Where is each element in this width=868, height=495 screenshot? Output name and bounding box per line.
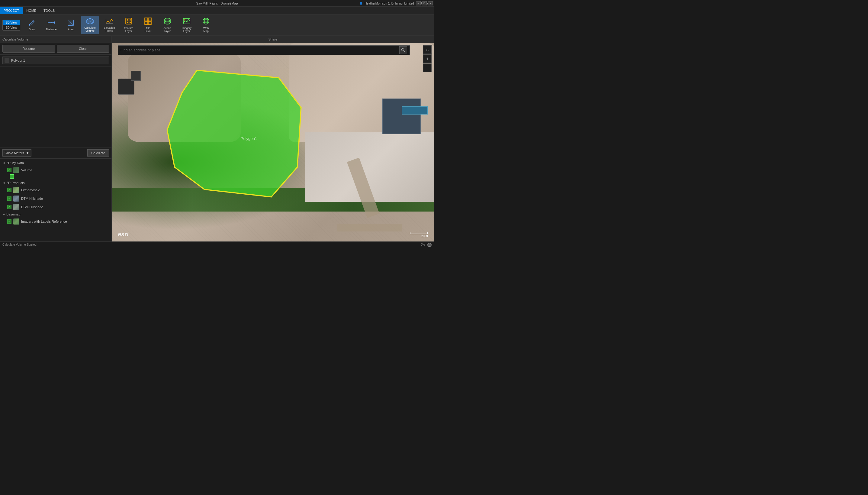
- imagery-layer-label: ImageryLayer: [182, 27, 192, 33]
- map-search-bar: [118, 45, 410, 55]
- calculate-volume-button[interactable]: CalculateVolume: [81, 16, 99, 34]
- home-button[interactable]: ⌂: [423, 45, 431, 54]
- expand-arrow-2d-products: ◄: [2, 181, 5, 184]
- feature-layer-button[interactable]: FeatureLayer: [120, 16, 137, 34]
- svg-line-35: [404, 51, 405, 52]
- expand-arrow-basemap: ◄: [2, 213, 5, 216]
- calc-empty-area: [0, 67, 111, 147]
- scene-layer-button[interactable]: SceneLayer: [159, 16, 176, 34]
- scale-bar: 200ft: [410, 233, 428, 238]
- minimize-button[interactable]: −: [416, 1, 421, 5]
- toolbar: 2D View 3D View Draw Distance: [0, 15, 434, 36]
- polygon-item-name: Polygon1: [11, 58, 107, 62]
- distance-icon: [48, 19, 55, 28]
- zoom-in-button[interactable]: +: [423, 54, 431, 63]
- calculate-button[interactable]: Calculate: [87, 149, 109, 156]
- volume-indicator: [10, 174, 14, 178]
- menu-tools[interactable]: TOOLS: [40, 7, 58, 14]
- orthomosaic-checkbox[interactable]: [7, 188, 12, 192]
- main-content: Calculate Volume Resume Clear Polygon1 C…: [0, 36, 434, 241]
- blue-equipment: [402, 106, 427, 114]
- title-bar: SawMill_Flight - Drone2Map 👤 HeatherMorr…: [0, 0, 434, 7]
- svg-point-17: [129, 22, 131, 23]
- tile-layer-icon: [144, 17, 152, 26]
- volume-label: Volume: [21, 168, 32, 172]
- map-search-icon-button[interactable]: [399, 46, 407, 54]
- layer-item-orthomosaic[interactable]: Orthomosaic: [0, 186, 111, 194]
- volume-thumb: [13, 167, 19, 173]
- progress-percent: 0%: [421, 243, 425, 246]
- left-panel: Calculate Volume Resume Clear Polygon1 C…: [0, 36, 112, 241]
- dtm-hillshade-checkbox[interactable]: [7, 197, 12, 201]
- area-icon: [67, 19, 74, 28]
- imagery-labels-label: Imagery with Labels Reference: [21, 220, 67, 223]
- status-circle: [427, 243, 431, 247]
- layer-group-2d-my-data[interactable]: ◄ 2D My Data: [0, 160, 111, 166]
- close-button[interactable]: ×: [428, 1, 433, 5]
- distance-tool-button[interactable]: Distance: [42, 16, 60, 34]
- calc-volume-icon: [86, 18, 94, 26]
- layer-group-basemap[interactable]: ◄ Basemap: [0, 211, 111, 217]
- dtm-hillshade-label: DTM Hillshade: [21, 197, 43, 200]
- layer-item-imagery-labels[interactable]: Imagery with Labels Reference: [0, 217, 111, 226]
- elevation-profile-button[interactable]: ElevationProfile: [101, 16, 118, 34]
- zoom-out-button[interactable]: −: [423, 64, 431, 72]
- scale-bar-line: [410, 233, 428, 234]
- 2d-view-button[interactable]: 2D View: [3, 20, 20, 25]
- layer-tree: ◄ 2D My Data Volume ◄ 2D Products: [0, 159, 111, 242]
- volume-checkbox[interactable]: [7, 168, 12, 172]
- maximize-button[interactable]: □: [422, 1, 427, 5]
- svg-point-14: [127, 19, 128, 20]
- menu-bar: PROJECT HOME TOOLS: [0, 7, 434, 15]
- elevation-icon: [105, 18, 113, 26]
- elevation-label: ElevationProfile: [104, 27, 115, 33]
- calc-volume-header: Calculate Volume: [0, 36, 111, 43]
- tile-layer-button[interactable]: TileLayer: [139, 16, 157, 34]
- feature-layer-icon: [125, 17, 132, 26]
- area-label: Area: [68, 28, 74, 31]
- svg-rect-19: [148, 18, 151, 21]
- web-map-button[interactable]: WebMap: [197, 16, 215, 34]
- polygon-list: Polygon1: [0, 55, 111, 67]
- building-1: [382, 99, 421, 134]
- scene-layer-icon: [163, 17, 171, 26]
- status-bar: Calculate Volume Started 0%: [0, 241, 434, 248]
- esri-logo: esri: [118, 231, 129, 238]
- dsm-hillshade-thumb: [13, 204, 19, 210]
- svg-rect-18: [145, 18, 148, 21]
- draw-tool-button[interactable]: Draw: [23, 16, 41, 34]
- orthomosaic-label: Orthomosaic: [21, 188, 40, 192]
- imagery-labels-checkbox[interactable]: [7, 219, 12, 224]
- layer-group-2d-products[interactable]: ◄ 2D Products: [0, 180, 111, 186]
- menu-project[interactable]: PROJECT: [0, 7, 23, 14]
- layer-item-dtm-hillshade[interactable]: DTM Hillshade: [0, 194, 111, 203]
- dsm-hillshade-checkbox[interactable]: [7, 205, 12, 209]
- expand-arrow-my-data: ◄: [2, 161, 5, 165]
- svg-point-34: [402, 49, 404, 51]
- distance-label: Distance: [46, 28, 57, 31]
- map-search-input[interactable]: [121, 48, 407, 52]
- layer-item-dsm-hillshade[interactable]: DSM Hillshade: [0, 203, 111, 211]
- units-dropdown[interactable]: Cubic Meters ▼: [2, 149, 31, 156]
- svg-point-15: [129, 19, 131, 20]
- area-tool-button[interactable]: Area: [62, 16, 79, 34]
- map-area[interactable]: Polygon1 ⌂ + −: [112, 43, 434, 241]
- imagery-layer-button[interactable]: ImageryLayer: [178, 16, 195, 34]
- svg-point-22: [164, 18, 170, 21]
- polygon-item-icon: [4, 58, 10, 63]
- clear-button[interactable]: Clear: [57, 45, 109, 53]
- menu-home[interactable]: HOME: [23, 7, 40, 14]
- polygon-overlay: [137, 63, 331, 212]
- svg-rect-26: [183, 18, 190, 24]
- polygon-list-item[interactable]: Polygon1: [2, 56, 109, 64]
- map-content: Polygon1 ⌂ + −: [112, 43, 434, 241]
- dtm-hillshade-thumb: [13, 195, 19, 202]
- units-dropdown-arrow: ▼: [26, 151, 29, 155]
- svg-marker-33: [167, 70, 301, 197]
- 3d-view-button[interactable]: 3D View: [3, 25, 20, 30]
- group-2d-my-data-label: 2D My Data: [6, 161, 24, 165]
- layer-item-volume[interactable]: Volume: [0, 166, 111, 174]
- resume-button[interactable]: Resume: [2, 45, 55, 53]
- svg-point-27: [184, 19, 185, 20]
- calc-controls: Resume Clear: [0, 43, 111, 55]
